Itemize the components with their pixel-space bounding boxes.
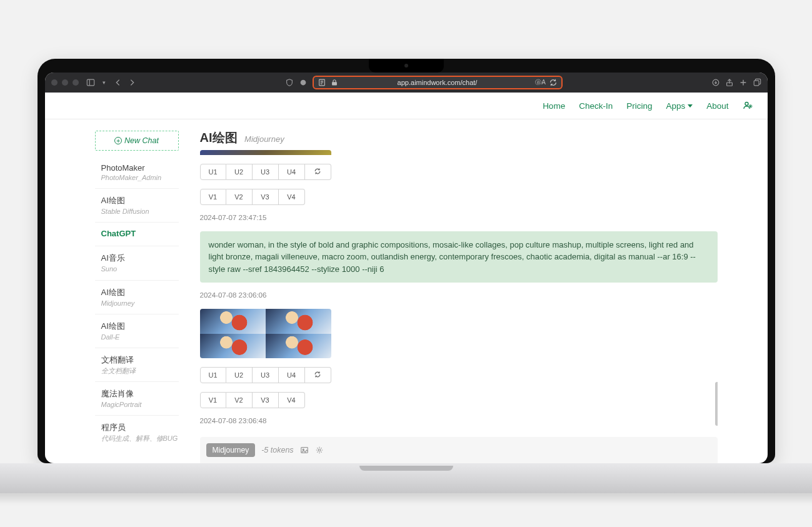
timestamp-2: 2024-07-08 23:06:06 bbox=[200, 291, 718, 299]
sidebar-item-photomaker[interactable]: PhotoMaker PhotoMaker_Admin bbox=[95, 157, 179, 189]
nav-home[interactable]: Home bbox=[543, 101, 565, 111]
sidebar-item-suno[interactable]: AI音乐 Suno bbox=[95, 246, 179, 280]
svg-point-11 bbox=[749, 106, 751, 107]
variation-row-1: V1 V2 V3 V4 bbox=[200, 189, 718, 205]
nav-apps[interactable]: Apps bbox=[666, 101, 693, 111]
v1-button[interactable]: V1 bbox=[200, 189, 226, 205]
laptop-base bbox=[0, 463, 812, 493]
sidebar-item-magicportrait[interactable]: 魔法肖像 MagicPortrait bbox=[95, 382, 179, 416]
v2-button-2[interactable]: V2 bbox=[226, 392, 253, 408]
forward-icon[interactable] bbox=[128, 78, 136, 87]
token-cost: -5 tokens bbox=[261, 446, 293, 454]
page-title: AI绘图 Midjourney bbox=[200, 129, 718, 146]
svg-rect-9 bbox=[754, 81, 759, 86]
upscale-row-1: U1 U2 U3 U4 bbox=[200, 164, 718, 180]
new-chat-button[interactable]: + New Chat bbox=[95, 131, 179, 151]
downloads-icon[interactable] bbox=[711, 78, 720, 87]
lock-icon bbox=[330, 78, 339, 87]
variation-row-2: V1 V2 V3 V4 bbox=[200, 392, 718, 408]
sidebar-item-programmer[interactable]: 程序员 代码生成、解释、修BUG bbox=[95, 416, 179, 449]
composer[interactable]: Midjourney -5 tokens bbox=[200, 437, 718, 463]
privacy-icon[interactable] bbox=[285, 78, 294, 87]
site-nav: Home Check-In Pricing Apps About bbox=[45, 93, 768, 119]
nav-about[interactable]: About bbox=[706, 101, 728, 111]
nav-pricing[interactable]: Pricing bbox=[626, 101, 652, 111]
u3-button[interactable]: U3 bbox=[253, 164, 279, 180]
extensions-icon[interactable] bbox=[299, 78, 308, 87]
timestamp-1: 2024-07-07 23:47:15 bbox=[200, 214, 718, 221]
scrollbar-thumb[interactable] bbox=[715, 382, 718, 426]
url-text: app.aimindwork.com/chat/ bbox=[343, 79, 533, 86]
model-badge[interactable]: Midjourney bbox=[206, 443, 256, 457]
browser-toolbar: ▾ bbox=[45, 73, 768, 93]
new-tab-icon[interactable] bbox=[739, 78, 748, 87]
chevron-down-icon[interactable]: ▾ bbox=[100, 78, 109, 87]
sidebar-item-midjourney[interactable]: AI绘图 Midjourney bbox=[95, 281, 179, 314]
laptop-notch bbox=[369, 59, 444, 73]
svg-point-2 bbox=[300, 80, 306, 86]
reroll-button[interactable] bbox=[305, 164, 331, 180]
window-controls[interactable] bbox=[51, 79, 79, 86]
prompt-message: wonder woman, in the style of bold and g… bbox=[200, 231, 718, 283]
v3-button[interactable]: V3 bbox=[253, 189, 279, 205]
translate-icon[interactable]: ⓐA bbox=[536, 78, 545, 87]
nav-checkin[interactable]: Check-In bbox=[579, 101, 613, 111]
svg-point-10 bbox=[745, 103, 748, 106]
v1-button-2[interactable]: V1 bbox=[200, 392, 226, 408]
plus-icon: + bbox=[114, 137, 122, 144]
back-icon[interactable] bbox=[114, 78, 123, 87]
sidebar-item-sd[interactable]: AI绘图 Stable Diffusion bbox=[95, 189, 179, 223]
user-icon[interactable] bbox=[743, 101, 753, 111]
gear-icon[interactable] bbox=[315, 446, 324, 454]
timestamp-3: 2024-07-08 23:06:48 bbox=[200, 417, 718, 424]
u2-button-2[interactable]: U2 bbox=[226, 367, 253, 383]
u1-button[interactable]: U1 bbox=[200, 164, 226, 180]
url-bar[interactable]: app.aimindwork.com/chat/ ⓐA bbox=[313, 76, 563, 89]
image-icon[interactable] bbox=[300, 446, 309, 454]
svg-point-14 bbox=[318, 449, 321, 451]
svg-rect-0 bbox=[87, 79, 94, 86]
sidebar-item-chatgpt[interactable]: ChatGPT bbox=[95, 223, 179, 246]
sidebar-toggle-icon[interactable] bbox=[86, 78, 95, 87]
v2-button[interactable]: V2 bbox=[226, 189, 253, 205]
sidebar-item-doctranslate[interactable]: 文档翻译 全文档翻译 bbox=[95, 348, 179, 382]
generated-image-grid[interactable] bbox=[200, 309, 331, 358]
u4-button[interactable]: U4 bbox=[279, 164, 305, 180]
u3-button-2[interactable]: U3 bbox=[253, 367, 279, 383]
reader-icon[interactable] bbox=[318, 78, 326, 87]
reroll-button-2[interactable] bbox=[305, 367, 331, 383]
upscale-row-2: U1 U2 U3 U4 bbox=[200, 367, 718, 383]
reload-icon[interactable] bbox=[549, 78, 558, 87]
svg-point-13 bbox=[303, 449, 304, 450]
chat-main: AI绘图 Midjourney U1 U2 U3 U4 bbox=[183, 119, 718, 463]
u1-button-2[interactable]: U1 bbox=[200, 367, 226, 383]
v4-button-2[interactable]: V4 bbox=[279, 392, 305, 408]
sidebar: + New Chat PhotoMaker PhotoMaker_Admin A… bbox=[95, 119, 183, 463]
v4-button[interactable]: V4 bbox=[279, 189, 305, 205]
generated-image-partial[interactable] bbox=[200, 150, 331, 155]
share-icon[interactable] bbox=[725, 78, 734, 87]
new-chat-label: New Chat bbox=[124, 136, 159, 145]
tabs-icon[interactable] bbox=[753, 78, 761, 87]
u2-button[interactable]: U2 bbox=[226, 164, 253, 180]
v3-button-2[interactable]: V3 bbox=[253, 392, 279, 408]
u4-button-2[interactable]: U4 bbox=[279, 367, 305, 383]
sidebar-item-dalle[interactable]: AI绘图 Dall-E bbox=[95, 314, 179, 348]
